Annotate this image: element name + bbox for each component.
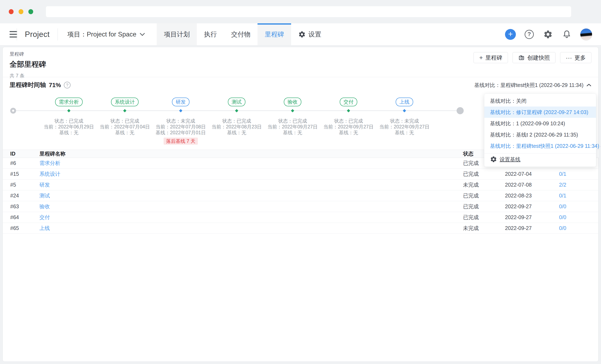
top-navbar: Project 项目：Project for Space 项目计划 执行 交付物…	[0, 23, 601, 46]
milestone-status: 状态：未完成	[153, 118, 209, 124]
milestone-name-link[interactable]: 需求分析	[40, 160, 60, 166]
add-milestone-button[interactable]: + 里程碑	[473, 52, 508, 63]
milestone-date: 2022-09-27	[490, 212, 547, 223]
milestone-name-link[interactable]: 交付	[40, 214, 50, 220]
milestone-diamond-icon[interactable]	[291, 109, 294, 112]
dropdown-item-baseline-t2[interactable]: 基线对比：基线t 2 (2022-06-29 11:35)	[484, 129, 596, 140]
milestone-status: 状态：已完成	[265, 118, 321, 124]
milestone-baseline: 基线：无	[376, 130, 432, 135]
milestone-id: #65	[3, 223, 32, 234]
milestone-baseline: 基线：无	[321, 130, 376, 135]
toolbar: + 里程碑 创建快照 ··· 更多	[473, 52, 591, 77]
create-snapshot-button[interactable]: 创建快照	[512, 52, 555, 63]
tab-milestones[interactable]: 里程碑	[258, 23, 291, 45]
milestone-pill[interactable]: 测试	[228, 97, 245, 106]
ellipsis-icon: ···	[566, 55, 572, 61]
maximize-window-button[interactable]	[28, 9, 33, 14]
milestone-pill[interactable]: 需求分析	[55, 97, 83, 106]
total-count: 共 7 条	[10, 73, 46, 79]
milestone-diamond-icon[interactable]	[235, 109, 238, 112]
tab-settings[interactable]: 设置	[291, 23, 328, 45]
column-header-id[interactable]: ID	[3, 150, 32, 158]
milestone-status: 状态：未完成	[376, 118, 432, 124]
baseline-trigger-label: 基线对比：里程碑test快照1 (2022-06-29 11:34)	[474, 82, 583, 89]
more-button[interactable]: ··· 更多	[560, 52, 591, 63]
milestone-pill[interactable]: 上线	[396, 97, 413, 106]
milestone-baseline: 基线：无	[265, 130, 321, 135]
milestone-name-link[interactable]: 验收	[40, 203, 50, 209]
table-row: #5 研发 未完成 2022-07-08 2/2	[3, 180, 599, 190]
baseline-compare-dropdown-trigger[interactable]: 基线对比：里程碑test快照1 (2022-06-29 11:34)	[474, 82, 591, 89]
milestone-name-link[interactable]: 研发	[40, 182, 50, 188]
milestone-status: 已完成	[453, 190, 490, 201]
window-controls	[9, 9, 33, 14]
tab-project-plan[interactable]: 项目计划	[157, 23, 197, 45]
breadcrumb: 里程碑	[10, 51, 46, 57]
milestone-name-link[interactable]: 测试	[40, 193, 50, 199]
milestone-id: #63	[3, 201, 32, 212]
milestone-status: 状态：已完成	[321, 118, 376, 124]
column-header-name[interactable]: 里程碑名称	[32, 150, 453, 158]
milestone-diamond-icon[interactable]	[403, 109, 406, 112]
milestone-current-date: 当前：2022年06月29日	[41, 124, 97, 130]
milestone-count-link[interactable]: 0/0	[559, 203, 566, 209]
milestone-count-link[interactable]: 0/0	[559, 214, 566, 220]
milestone-name-link[interactable]: 上线	[40, 225, 50, 231]
milestone-current-date: 当前：2022年07月04日	[97, 124, 153, 130]
settings-button[interactable]	[542, 29, 553, 40]
minimize-window-button[interactable]	[19, 9, 23, 14]
chevron-down-icon	[140, 32, 145, 36]
milestone-status: 已完成	[453, 201, 490, 212]
dropdown-item-baseline-off[interactable]: 基线对比：关闭	[484, 95, 596, 106]
milestone-count-link[interactable]: 0/0	[559, 225, 566, 231]
milestone-date: 2022-09-27	[490, 223, 547, 234]
project-selector-label: 项目：Project for Space	[67, 30, 137, 39]
milestone-node-group: 交付 状态：已完成 当前：2022年09月27日 基线：无	[321, 93, 376, 135]
create-new-button[interactable]: +	[505, 29, 516, 40]
close-window-button[interactable]	[9, 9, 14, 14]
milestone-pill[interactable]: 系统设计	[111, 97, 139, 106]
app-logo: Project	[17, 23, 58, 45]
notifications-button[interactable]	[561, 29, 572, 40]
milestone-pill[interactable]: 验收	[284, 97, 301, 106]
page-header: 里程碑 全部里程碑 共 7 条 + 里程碑 创建快照 ··· 更多	[3, 47, 598, 77]
dropdown-item-baseline-test-snapshot[interactable]: 基线对比：里程碑test快照1 (2022-06-29 11:34) ✓	[484, 140, 596, 152]
hamburger-menu-icon[interactable]	[0, 23, 17, 45]
dropdown-item-baseline-1[interactable]: 基线对比：1 (2022-09-09 10:24)	[484, 118, 596, 129]
help-button[interactable]: ?	[524, 29, 535, 40]
milestone-diamond-icon[interactable]	[67, 109, 70, 112]
address-bar-input[interactable]	[46, 6, 571, 17]
table-row: #64 交付 已完成 2022-09-27 0/0	[3, 212, 599, 223]
project-selector[interactable]: 项目：Project for Space	[58, 23, 154, 45]
dropdown-item-baseline-revision[interactable]: 基线对比：修订里程碑 (2022-09-27 14:03)	[484, 106, 596, 118]
milestone-name-link[interactable]: 系统设计	[40, 171, 60, 177]
milestone-id: #24	[3, 190, 32, 201]
milestone-status: 状态：已完成	[209, 118, 265, 124]
timeline-titlebar: 里程碑时间轴 71% ? 基线对比：里程碑test快照1 (2022-06-29…	[3, 77, 598, 93]
milestone-diamond-icon[interactable]	[347, 109, 350, 112]
milestone-count-link[interactable]: 0/1	[559, 193, 566, 199]
timeline-end-dot	[457, 107, 464, 114]
milestone-count-link[interactable]: 0/1	[559, 171, 566, 177]
browser-titlebar	[0, 0, 601, 23]
tab-deliverables[interactable]: 交付物	[224, 23, 258, 45]
behind-baseline-badge: 落后基线 7 天	[164, 138, 198, 145]
milestone-status: 已完成	[453, 212, 490, 223]
milestone-count-link[interactable]: 2/2	[559, 182, 566, 188]
table-row: #65 上线 未完成 2022-09-27 0/0	[3, 223, 599, 234]
milestone-pill[interactable]: 交付	[340, 97, 357, 106]
milestone-date: 2022-08-23	[490, 190, 547, 201]
milestone-pill[interactable]: 研发	[172, 97, 190, 106]
table-row: #15 系统设计 已完成 2022-07-04 0/1	[3, 169, 599, 180]
milestone-diamond-icon[interactable]	[123, 109, 126, 112]
milestone-node-group: 研发 状态：未完成 当前：2022年07月08日 基线：2022年07月01日 …	[153, 93, 209, 145]
set-baseline-link[interactable]: 设置基线	[484, 153, 596, 165]
camera-icon	[518, 54, 525, 61]
nav-tabs: 项目计划 执行 交付物 里程碑 设置	[157, 23, 328, 45]
milestone-baseline: 基线：无	[209, 130, 265, 135]
help-icon[interactable]: ?	[64, 82, 70, 88]
milestone-diamond-icon[interactable]	[179, 109, 182, 112]
user-avatar[interactable]	[580, 28, 592, 40]
milestone-baseline: 基线：2022年07月01日	[153, 130, 209, 135]
tab-execution[interactable]: 执行	[197, 23, 224, 45]
